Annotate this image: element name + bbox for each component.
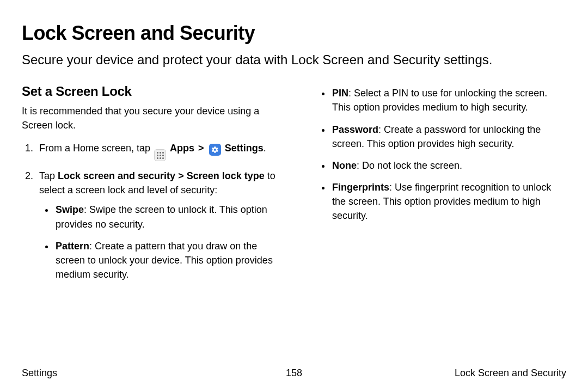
apps-icon: [154, 149, 166, 161]
option-pin: PIN: Select a PIN to use for unlocking t…: [331, 86, 566, 114]
page-title: Lock Screen and Security: [22, 22, 566, 45]
step-1-suffix: .: [264, 143, 266, 154]
footer-page-number: 158: [286, 367, 302, 379]
page-footer: Settings 158 Lock Screen and Security: [22, 367, 566, 379]
option-name: Pattern: [56, 241, 89, 252]
step-2: Tap Lock screen and security > Screen lo…: [36, 169, 281, 281]
settings-label: Settings: [225, 143, 264, 154]
breadcrumb-separator: >: [198, 143, 204, 154]
footer-left: Settings: [22, 367, 57, 379]
option-name: Fingerprints: [332, 182, 389, 193]
left-column: Set a Screen Lock It is recommended that…: [22, 84, 281, 289]
option-desc: : Do not lock the screen.: [357, 160, 462, 171]
step-2-path: Lock screen and security > Screen lock t…: [58, 170, 265, 181]
option-password: Password: Create a password for unlockin…: [331, 122, 566, 151]
step-2-prefix: Tap: [39, 170, 58, 181]
option-name: Password: [332, 124, 378, 135]
footer-right: Lock Screen and Security: [455, 367, 566, 379]
step-1-prefix: From a Home screen, tap: [39, 143, 153, 154]
section-intro: It is recommended that you secure your d…: [22, 105, 281, 132]
step-1: From a Home screen, tap Apps > Settings.: [36, 141, 281, 162]
settings-icon: [209, 144, 221, 156]
option-pattern: Pattern: Create a pattern that you draw …: [54, 239, 281, 281]
page-subtitle: Secure your device and protect your data…: [22, 51, 566, 69]
options-list-right: PIN: Select a PIN to use for unlocking t…: [307, 86, 566, 223]
option-name: None: [332, 160, 357, 171]
options-list-left: Swipe: Swipe the screen to unlock it. Th…: [39, 203, 281, 281]
option-name: PIN: [332, 88, 348, 99]
right-column: PIN: Select a PIN to use for unlocking t…: [307, 84, 566, 289]
steps-list: From a Home screen, tap Apps > Settings.…: [22, 141, 281, 281]
option-fingerprints: Fingerprints: Use fingerprint recognitio…: [331, 180, 566, 223]
apps-label: Apps: [170, 143, 194, 154]
option-desc: : Select a PIN to use for unlocking the …: [332, 88, 547, 113]
option-name: Swipe: [56, 204, 84, 215]
option-desc: : Swipe the screen to unlock it. This op…: [56, 204, 267, 229]
section-heading: Set a Screen Lock: [22, 84, 281, 99]
content-columns: Set a Screen Lock It is recommended that…: [22, 84, 566, 289]
option-swipe: Swipe: Swipe the screen to unlock it. Th…: [54, 203, 281, 231]
option-none: None: Do not lock the screen.: [331, 158, 566, 173]
